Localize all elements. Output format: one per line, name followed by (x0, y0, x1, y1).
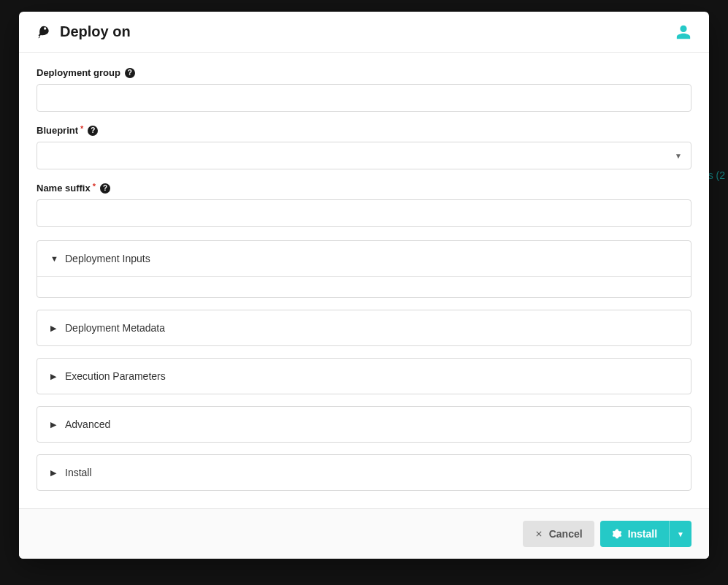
name-suffix-label: Name suffix * ? (37, 183, 691, 194)
caret-right-icon: ▶ (50, 324, 58, 333)
deployment-inputs-section: ▼ Deployment Inputs (37, 240, 691, 298)
modal-title: Deploy on (60, 23, 131, 40)
advanced-section: ▶ Advanced (37, 406, 691, 443)
blueprint-field: Blueprint * ? ▼ (37, 125, 691, 169)
section-title: Deployment Metadata (65, 322, 165, 334)
label-text: Name suffix (37, 183, 91, 194)
deploy-modal: Deploy on Deployment group ? Blueprint *… (19, 12, 709, 559)
chevron-down-icon: ▼ (675, 152, 682, 160)
modal-header-left: Deploy on (37, 23, 131, 40)
deployment-group-input[interactable] (37, 84, 691, 112)
section-title: Deployment Inputs (65, 253, 150, 264)
cogs-icon (612, 529, 622, 539)
deployment-group-label: Deployment group ? (37, 67, 691, 78)
chevron-down-icon: ▼ (677, 530, 684, 538)
help-icon[interactable]: ? (88, 126, 98, 136)
execution-parameters-header[interactable]: ▶ Execution Parameters (37, 359, 691, 394)
button-label: Cancel (549, 528, 583, 540)
deployment-group-field: Deployment group ? (37, 67, 691, 112)
install-button-group: Install ▼ (600, 521, 691, 547)
modal-footer: Cancel Install ▼ (19, 508, 709, 559)
label-text: Deployment group (37, 67, 120, 78)
help-icon[interactable]: ? (100, 183, 110, 194)
caret-right-icon: ▶ (50, 372, 58, 381)
name-suffix-field: Name suffix * ? (37, 183, 691, 227)
close-icon (534, 529, 543, 538)
section-title: Execution Parameters (65, 370, 166, 382)
label-text: Blueprint (37, 125, 78, 136)
deployment-metadata-header[interactable]: ▶ Deployment Metadata (37, 310, 691, 345)
caret-right-icon: ▶ (50, 420, 58, 429)
caret-right-icon: ▶ (50, 468, 58, 478)
button-label: Install (628, 528, 657, 540)
blueprint-select[interactable]: ▼ (37, 142, 691, 169)
modal-body: Deployment group ? Blueprint * ? ▼ Name … (19, 53, 709, 508)
name-suffix-input[interactable] (37, 199, 691, 227)
install-section: ▶ Install (37, 454, 691, 491)
user-icon[interactable] (675, 24, 691, 40)
help-icon[interactable]: ? (125, 68, 135, 78)
rocket-icon (37, 25, 51, 39)
install-header[interactable]: ▶ Install (37, 455, 691, 490)
install-button[interactable]: Install (600, 521, 669, 547)
section-title: Install (65, 467, 92, 478)
deployment-inputs-body (37, 276, 691, 297)
deployment-inputs-header[interactable]: ▼ Deployment Inputs (37, 241, 691, 276)
modal-header: Deploy on (19, 12, 709, 53)
section-title: Advanced (65, 418, 110, 430)
execution-parameters-section: ▶ Execution Parameters (37, 358, 691, 394)
blueprint-label: Blueprint * ? (37, 125, 691, 136)
caret-down-icon: ▼ (50, 254, 58, 263)
required-mark: * (80, 124, 83, 133)
advanced-header[interactable]: ▶ Advanced (37, 407, 691, 442)
required-mark: * (93, 182, 96, 191)
cancel-button[interactable]: Cancel (523, 521, 594, 547)
deployment-metadata-section: ▶ Deployment Metadata (37, 310, 691, 346)
install-dropdown-button[interactable]: ▼ (669, 521, 691, 547)
